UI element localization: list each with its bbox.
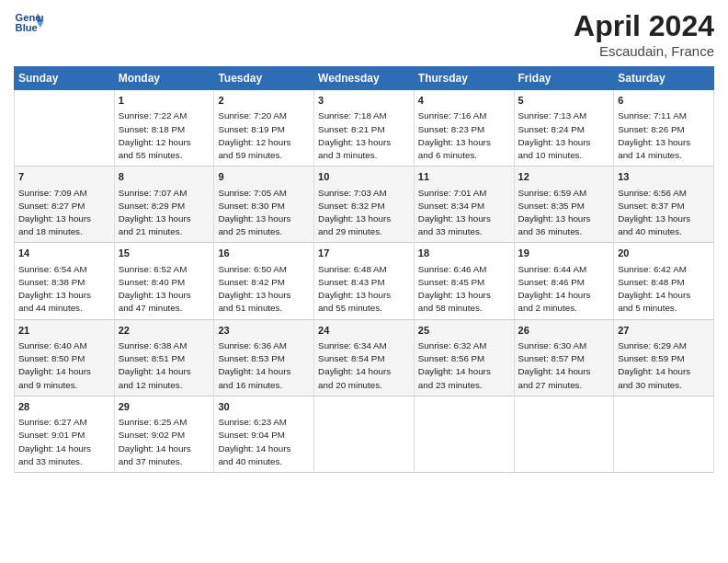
cell-data: Sunrise: 6:54 AMSunset: 8:38 PMDaylight:… [18, 263, 110, 316]
cell-data: Sunrise: 6:38 AMSunset: 8:51 PMDaylight:… [119, 339, 210, 392]
cell-data: Sunrise: 6:34 AMSunset: 8:54 PMDaylight:… [318, 339, 410, 392]
day-number: 24 [318, 324, 410, 338]
cell-3-1: 14Sunrise: 6:54 AMSunset: 8:38 PMDayligh… [15, 243, 115, 319]
cell-4-2: 22Sunrise: 6:38 AMSunset: 8:51 PMDayligh… [114, 319, 214, 396]
cell-2-2: 8Sunrise: 7:07 AMSunset: 8:29 PMDaylight… [114, 167, 214, 243]
day-number: 12 [518, 170, 610, 184]
day-number: 15 [119, 247, 210, 260]
header-row: Sunday Monday Tuesday Wednesday Thursday… [15, 67, 714, 90]
day-number: 10 [318, 170, 410, 184]
col-friday: Friday [514, 67, 614, 90]
cell-data: Sunrise: 7:18 AMSunset: 8:21 PMDaylight:… [318, 109, 410, 162]
logo-icon: General Blue [14, 9, 43, 35]
day-number: 20 [618, 247, 710, 260]
cell-3-5: 18Sunrise: 6:46 AMSunset: 8:45 PMDayligh… [414, 243, 514, 319]
cell-data: Sunrise: 7:22 AMSunset: 8:18 PMDaylight:… [119, 109, 210, 162]
cell-5-4 [314, 396, 415, 472]
cell-data: Sunrise: 7:07 AMSunset: 8:29 PMDaylight:… [119, 187, 210, 239]
title-block: April 2024 Escaudain, France [574, 9, 714, 59]
col-tuesday: Tuesday [214, 67, 314, 90]
cell-4-7: 27Sunrise: 6:29 AMSunset: 8:59 PMDayligh… [614, 319, 714, 396]
cell-data: Sunrise: 6:25 AMSunset: 9:02 PMDaylight:… [119, 416, 210, 468]
day-number: 1 [119, 94, 210, 108]
day-number: 2 [218, 94, 310, 108]
cell-data: Sunrise: 6:29 AMSunset: 8:59 PMDaylight:… [618, 339, 710, 392]
cell-data: Sunrise: 6:48 AMSunset: 8:43 PMDaylight:… [318, 263, 410, 316]
cell-data: Sunrise: 6:50 AMSunset: 8:42 PMDaylight:… [218, 263, 310, 316]
day-number: 14 [18, 247, 110, 260]
cell-data: Sunrise: 6:40 AMSunset: 8:50 PMDaylight:… [18, 339, 110, 392]
calendar-body: 1Sunrise: 7:22 AMSunset: 8:18 PMDaylight… [15, 90, 714, 473]
cell-1-6: 5Sunrise: 7:13 AMSunset: 8:24 PMDaylight… [514, 90, 614, 167]
cell-data: Sunrise: 6:23 AMSunset: 9:04 PMDaylight:… [218, 416, 310, 468]
cell-5-2: 29Sunrise: 6:25 AMSunset: 9:02 PMDayligh… [114, 396, 214, 472]
cell-data: Sunrise: 7:01 AMSunset: 8:34 PMDaylight:… [418, 187, 510, 239]
cell-1-2: 1Sunrise: 7:22 AMSunset: 8:18 PMDaylight… [114, 90, 214, 167]
page-container: General Blue April 2024 Escaudain, Franc… [0, 0, 728, 482]
cell-5-3: 30Sunrise: 6:23 AMSunset: 9:04 PMDayligh… [214, 396, 314, 472]
cell-1-5: 4Sunrise: 7:16 AMSunset: 8:23 PMDaylight… [414, 90, 514, 167]
cell-data: Sunrise: 6:59 AMSunset: 8:35 PMDaylight:… [518, 187, 610, 239]
day-number: 30 [218, 400, 310, 414]
cell-5-5 [414, 396, 514, 472]
cell-data: Sunrise: 6:52 AMSunset: 8:40 PMDaylight:… [119, 263, 210, 316]
day-number: 8 [119, 170, 210, 184]
week-row-4: 21Sunrise: 6:40 AMSunset: 8:50 PMDayligh… [15, 319, 714, 396]
day-number: 16 [218, 247, 310, 260]
col-wednesday: Wednesday [314, 67, 415, 90]
cell-4-3: 23Sunrise: 6:36 AMSunset: 8:53 PMDayligh… [214, 319, 314, 396]
day-number: 7 [18, 170, 110, 184]
cell-data: Sunrise: 7:16 AMSunset: 8:23 PMDaylight:… [418, 109, 510, 162]
week-row-1: 1Sunrise: 7:22 AMSunset: 8:18 PMDaylight… [15, 90, 714, 167]
cell-5-7 [614, 396, 714, 472]
cell-data: Sunrise: 6:27 AMSunset: 9:01 PMDaylight:… [18, 416, 110, 468]
cell-2-1: 7Sunrise: 7:09 AMSunset: 8:27 PMDaylight… [15, 167, 115, 243]
cell-2-6: 12Sunrise: 6:59 AMSunset: 8:35 PMDayligh… [514, 167, 614, 243]
day-number: 21 [18, 324, 110, 338]
day-number: 18 [418, 247, 510, 260]
main-title: April 2024 [574, 9, 714, 43]
day-number: 4 [418, 94, 510, 108]
subtitle: Escaudain, France [574, 43, 714, 59]
cell-4-5: 25Sunrise: 6:32 AMSunset: 8:56 PMDayligh… [414, 319, 514, 396]
cell-4-6: 26Sunrise: 6:30 AMSunset: 8:57 PMDayligh… [514, 319, 614, 396]
cell-1-4: 3Sunrise: 7:18 AMSunset: 8:21 PMDaylight… [314, 90, 415, 167]
cell-3-3: 16Sunrise: 6:50 AMSunset: 8:42 PMDayligh… [214, 243, 314, 319]
week-row-3: 14Sunrise: 6:54 AMSunset: 8:38 PMDayligh… [15, 243, 714, 319]
cell-2-7: 13Sunrise: 6:56 AMSunset: 8:37 PMDayligh… [614, 167, 714, 243]
cell-3-7: 20Sunrise: 6:42 AMSunset: 8:48 PMDayligh… [614, 243, 714, 319]
col-saturday: Saturday [614, 67, 714, 90]
cell-5-6 [514, 396, 614, 472]
cell-data: Sunrise: 7:13 AMSunset: 8:24 PMDaylight:… [518, 109, 610, 162]
cell-2-5: 11Sunrise: 7:01 AMSunset: 8:34 PMDayligh… [414, 167, 514, 243]
cell-data: Sunrise: 7:03 AMSunset: 8:32 PMDaylight:… [318, 187, 410, 239]
col-thursday: Thursday [414, 67, 514, 90]
calendar-table: Sunday Monday Tuesday Wednesday Thursday… [14, 66, 714, 473]
day-number: 28 [18, 400, 110, 414]
cell-data: Sunrise: 6:32 AMSunset: 8:56 PMDaylight:… [418, 339, 510, 392]
header: General Blue April 2024 Escaudain, Franc… [14, 9, 714, 59]
cell-3-4: 17Sunrise: 6:48 AMSunset: 8:43 PMDayligh… [314, 243, 415, 319]
day-number: 19 [518, 247, 610, 260]
cell-1-7: 6Sunrise: 7:11 AMSunset: 8:26 PMDaylight… [614, 90, 714, 167]
cell-data: Sunrise: 6:30 AMSunset: 8:57 PMDaylight:… [518, 339, 610, 392]
cell-data: Sunrise: 7:20 AMSunset: 8:19 PMDaylight:… [218, 109, 310, 162]
cell-data: Sunrise: 6:44 AMSunset: 8:46 PMDaylight:… [518, 263, 610, 316]
day-number: 22 [119, 324, 210, 338]
svg-text:Blue: Blue [16, 22, 38, 33]
cell-1-1 [15, 90, 115, 167]
col-sunday: Sunday [15, 67, 115, 90]
cell-4-4: 24Sunrise: 6:34 AMSunset: 8:54 PMDayligh… [314, 319, 415, 396]
cell-data: Sunrise: 6:46 AMSunset: 8:45 PMDaylight:… [418, 263, 510, 316]
cell-5-1: 28Sunrise: 6:27 AMSunset: 9:01 PMDayligh… [15, 396, 115, 472]
cell-data: Sunrise: 6:56 AMSunset: 8:37 PMDaylight:… [618, 187, 710, 239]
cell-data: Sunrise: 7:05 AMSunset: 8:30 PMDaylight:… [218, 187, 310, 239]
day-number: 26 [518, 324, 610, 338]
col-monday: Monday [114, 67, 214, 90]
cell-3-6: 19Sunrise: 6:44 AMSunset: 8:46 PMDayligh… [514, 243, 614, 319]
cell-4-1: 21Sunrise: 6:40 AMSunset: 8:50 PMDayligh… [15, 319, 115, 396]
day-number: 17 [318, 247, 410, 260]
day-number: 29 [119, 400, 210, 414]
cell-data: Sunrise: 6:42 AMSunset: 8:48 PMDaylight:… [618, 263, 710, 316]
day-number: 25 [418, 324, 510, 338]
